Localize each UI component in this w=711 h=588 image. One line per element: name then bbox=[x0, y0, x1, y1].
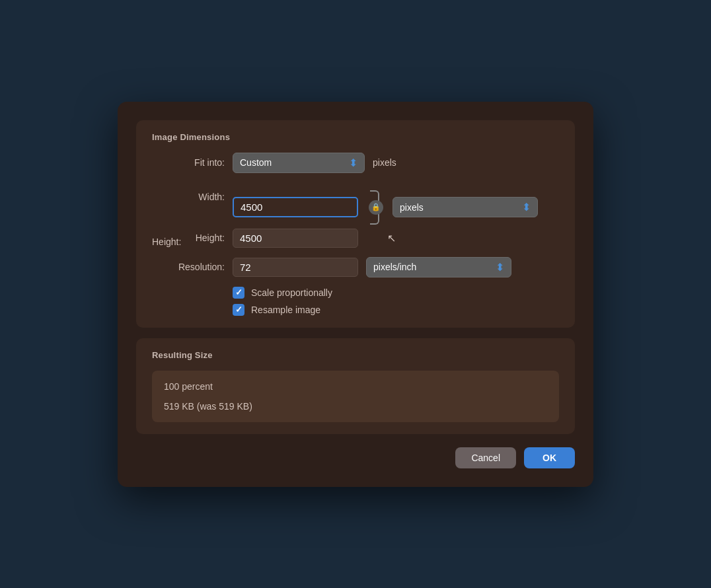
ok-button[interactable]: OK bbox=[524, 447, 575, 468]
resample-image-label: Resample image bbox=[251, 305, 320, 315]
fit-into-chevron-icon: ⬍ bbox=[349, 157, 357, 169]
cancel-button[interactable]: Cancel bbox=[455, 447, 516, 468]
resample-image-checkbox[interactable]: ✓ bbox=[233, 304, 244, 316]
dimension-unit-dropdown[interactable]: pixels ⬍ bbox=[393, 197, 538, 217]
image-dimensions-section: Image Dimensions Fit into: Custom ⬍ pixe… bbox=[136, 120, 575, 328]
lock-icon: 🔒 bbox=[371, 203, 381, 211]
resample-check-icon: ✓ bbox=[235, 305, 243, 314]
image-dimensions-title: Image Dimensions bbox=[152, 132, 559, 142]
resulting-size-title: Resulting Size bbox=[152, 350, 559, 360]
scale-proportionally-checkbox[interactable]: ✓ bbox=[233, 287, 244, 299]
resolution-label: Resolution: bbox=[152, 262, 225, 272]
scale-check-icon: ✓ bbox=[235, 288, 243, 297]
height-input[interactable] bbox=[233, 229, 358, 248]
fit-into-dropdown[interactable]: Custom ⬍ bbox=[233, 153, 365, 173]
fit-into-unit-label: pixels bbox=[373, 157, 396, 168]
resolution-input[interactable] bbox=[233, 258, 358, 277]
dimension-unit-chevron-icon: ⬍ bbox=[522, 201, 531, 213]
fit-into-label: Fit into: bbox=[152, 157, 225, 168]
resolution-unit-label: pixels/inch bbox=[373, 262, 416, 272]
width-label: Width: bbox=[152, 188, 225, 202]
resulting-size-section: Resulting Size 100 percent 519 KB (was 5… bbox=[136, 338, 575, 434]
resample-image-row: ✓ Resample image bbox=[233, 304, 559, 316]
dialog-footer: Cancel OK bbox=[136, 447, 575, 468]
width-input[interactable] bbox=[233, 197, 358, 217]
dimension-unit-label: pixels bbox=[400, 202, 424, 213]
image-dimensions-dialog: Image Dimensions Fit into: Custom ⬍ pixe… bbox=[118, 102, 593, 487]
result-percent: 100 percent bbox=[164, 381, 547, 392]
scale-proportionally-row: ✓ Scale proportionally bbox=[233, 287, 559, 299]
resulting-size-inner: 100 percent 519 KB (was 519 KB) bbox=[152, 371, 559, 422]
cursor-icon: ↖ bbox=[387, 232, 396, 244]
resolution-unit-chevron-icon: ⬍ bbox=[496, 261, 504, 274]
scale-proportionally-label: Scale proportionally bbox=[251, 287, 332, 298]
fit-into-row: Fit into: Custom ⬍ pixels bbox=[152, 153, 559, 173]
fit-into-value: Custom bbox=[240, 157, 272, 168]
resolution-unit-dropdown[interactable]: pixels/inch ⬍ bbox=[366, 257, 511, 277]
resolution-row: Resolution: pixels/inch ⬍ bbox=[152, 257, 559, 277]
result-size: 519 KB (was 519 KB) bbox=[164, 401, 547, 412]
